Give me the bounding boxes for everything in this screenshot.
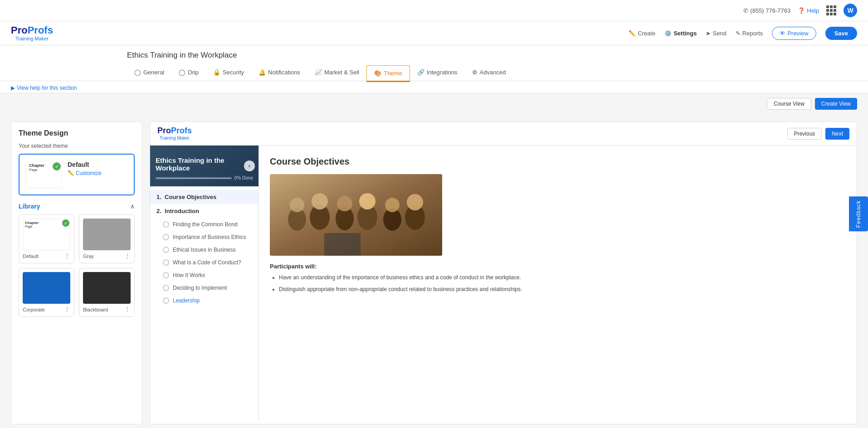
integrations-icon: 🔗 (417, 69, 424, 76)
toc-circle-3 (163, 247, 169, 253)
tab-theme[interactable]: 🎨 Theme (366, 65, 410, 82)
card-name-corporate: Corporate (23, 307, 45, 312)
tab-notifications[interactable]: 🔔 Notifications (251, 65, 307, 81)
toc-item-label-6: Deciding to Implement (173, 285, 227, 291)
security-icon: 🔒 (213, 69, 220, 76)
apps-grid[interactable] (826, 5, 836, 15)
logo-subtitle: Training Maker (11, 36, 53, 41)
logo: ProProfs Training Maker (11, 25, 53, 41)
card-menu-default[interactable]: ⋮ (64, 252, 70, 259)
customize-link[interactable]: ✏️ Customize (68, 170, 102, 176)
bullet-item-2: Distinguish appropriate from non-appropr… (279, 285, 846, 293)
toc-chapter-1[interactable]: 1. Course Objectives (150, 190, 258, 204)
course-view-button[interactable]: Course View (767, 98, 811, 110)
course-title: Ethics Training in the Workplace (127, 51, 741, 60)
prev-button[interactable]: Previous (787, 128, 822, 140)
tab-integrations[interactable]: 🔗 Integrations (410, 65, 465, 81)
library-card-default[interactable]: Chapter Page Default ✓ ⋮ (19, 214, 74, 263)
svg-point-4 (312, 193, 328, 209)
progress-bar-container: 0% Done (156, 175, 253, 180)
create-action[interactable]: ✏️ Create (629, 30, 655, 37)
save-button[interactable]: Save (825, 27, 857, 40)
preview-button[interactable]: 👁 Preview (772, 27, 816, 40)
card-thumb-blackboard (83, 272, 131, 304)
tabs-bar: ◯ General ◯ Drip 🔒 Security 🔔 Notificati… (127, 65, 741, 81)
toc-item-1[interactable]: Finding the Common Bond (150, 218, 258, 231)
toc-item-6[interactable]: Deciding to Implement (150, 282, 258, 294)
theme-panel-title: Theme Design (19, 129, 135, 137)
logo-pro: Pro (11, 24, 28, 36)
toc-item-4[interactable]: What Is a Code of Conduct? (150, 256, 258, 269)
general-icon: ◯ (134, 69, 141, 76)
card-name-blackboard: Blackboard (83, 307, 108, 312)
advanced-icon: ⚙ (472, 69, 478, 76)
tab-drip[interactable]: ◯ Drip (171, 65, 206, 81)
library-header: Library ∧ (19, 203, 135, 210)
tab-market[interactable]: 📈 Market & Sell (307, 65, 366, 81)
svg-point-10 (385, 198, 400, 212)
bullet-item-1: Have an understanding of the importance … (279, 273, 846, 282)
card-menu-gray[interactable]: ⋮ (124, 252, 131, 259)
drip-icon: ◯ (179, 69, 185, 76)
preview-logo: ProProfs Training Maker (157, 126, 192, 141)
send-icon: ➤ (706, 30, 711, 37)
nav-bar: ProProfs Training Maker ✏️ Create ⚙️ Set… (0, 21, 868, 45)
create-view-button[interactable]: Create View (815, 98, 857, 110)
send-action[interactable]: ➤ Send (706, 30, 726, 37)
toc-item-3[interactable]: Ethical Issues in Business (150, 243, 258, 256)
selected-theme-name: Default (68, 161, 102, 168)
card-name-gray: Gray (83, 253, 94, 259)
preview-nav: Previous Next (787, 128, 849, 140)
feedback-container: Feedback (849, 197, 868, 232)
help-icon: ❓ (798, 7, 805, 14)
preview-banner: Ethics Training in the Workplace 0% Done… (150, 146, 258, 186)
toc-chapter-2[interactable]: 2. Introduction (150, 204, 258, 218)
toc-label-1: Course Objectives (165, 194, 216, 200)
reports-action[interactable]: ✎ Reports (736, 30, 763, 37)
reports-icon: ✎ (736, 30, 741, 37)
user-avatar[interactable]: W (844, 4, 857, 17)
tab-general[interactable]: ◯ General (127, 65, 171, 81)
logo-profs: Profs (28, 24, 53, 36)
toc-item-7[interactable]: Leadership (150, 294, 258, 307)
library-card-gray[interactable]: Gray ⋮ (79, 214, 135, 263)
view-toggle: Course View Create View (0, 93, 868, 114)
card-name-default: Default (23, 253, 39, 259)
participants-label: Participants will: (270, 263, 846, 270)
send-label: Send (712, 30, 726, 37)
nav-actions: ✏️ Create ⚙️ Settings ➤ Send ✎ Reports 👁… (629, 27, 857, 40)
selected-theme-info: Default ✏️ Customize (68, 161, 102, 176)
toc-item-2[interactable]: Importance of Business Ethics (150, 231, 258, 243)
toc-item-label-7: Leadership (173, 297, 200, 304)
settings-action[interactable]: ⚙️ Settings (664, 30, 697, 37)
help-section-link[interactable]: ▶ View help for this section (0, 81, 868, 93)
banner-prev-arrow[interactable]: ‹ (244, 160, 255, 171)
bullet-list: Have an understanding of the importance … (270, 273, 846, 293)
library-toggle[interactable]: ∧ (130, 203, 135, 210)
toc-circle-2 (163, 234, 169, 240)
help-link[interactable]: ❓ Help (798, 7, 819, 14)
preview-sidebar: Ethics Training in the Workplace 0% Done… (150, 146, 259, 420)
theme-icon: 🎨 (374, 70, 381, 77)
play-icon: ▶ (11, 85, 15, 91)
tab-security[interactable]: 🔒 Security (206, 65, 251, 81)
svg-point-2 (290, 198, 304, 212)
course-image (270, 174, 442, 256)
toc-circle-7 (163, 297, 169, 304)
create-label: Create (638, 30, 655, 37)
preview-body: Ethics Training in the Workplace 0% Done… (150, 146, 857, 420)
feedback-button[interactable]: Feedback (849, 197, 868, 232)
reports-label: Reports (742, 30, 763, 37)
selected-theme-thumb: Chapter Page ✓ (26, 161, 62, 188)
tab-advanced[interactable]: ⚙ Advanced (465, 65, 513, 81)
card-menu-blackboard[interactable]: ⋮ (124, 306, 131, 313)
library-card-blackboard[interactable]: Blackboard ⋮ (79, 268, 135, 317)
theme-panel: Theme Design Your selected theme Chapter… (11, 122, 142, 424)
toc-num-1: 1. (156, 194, 163, 200)
library-card-corporate[interactable]: Corporate ⋮ (19, 268, 74, 317)
next-button[interactable]: Next (825, 128, 849, 140)
main-content: Theme Design Your selected theme Chapter… (0, 114, 868, 428)
toc-item-5[interactable]: How It Works (150, 269, 258, 282)
card-menu-corporate[interactable]: ⋮ (64, 306, 70, 313)
preview-panel: ProProfs Training Maker Previous Next Et… (150, 122, 857, 424)
